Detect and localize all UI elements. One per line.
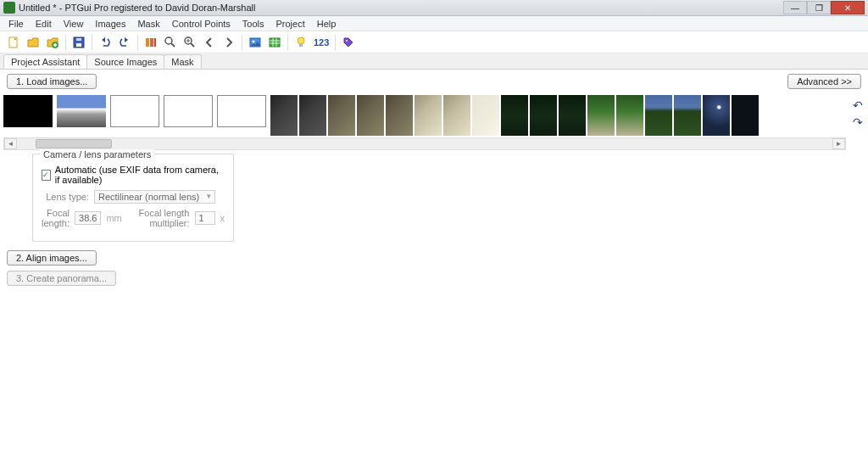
tab-bar: Project Assistant Source Images Mask [0,53,868,69]
camera-lens-title: Camera / lens parameters [40,149,154,159]
thumbnail[interactable] [57,95,106,127]
title-bar: Untitled * - PTGui Pro registered to Dav… [0,0,868,16]
advanced-button[interactable]: Advanced >> [787,74,861,89]
auto-exif-checkbox[interactable]: ✓ [42,170,51,181]
scroll-right-icon[interactable]: ► [832,138,845,149]
camera-lens-group: Camera / lens parameters ✓ Automatic (us… [32,154,234,242]
auto-exif-label: Automatic (use EXIF data from camera, if… [55,165,225,185]
focal-length-row: Focal length: 38.6 mm Focal length multi… [42,208,225,228]
toolbar: 123 [0,31,868,53]
create-panorama-button[interactable]: 3. Create panorama... [7,271,116,286]
add-images-icon[interactable] [44,34,61,51]
number-indicator[interactable]: 123 [312,37,331,48]
align-images-button[interactable]: 2. Align images... [7,250,97,266]
focal-length-input[interactable]: 38.6 [75,211,101,225]
svg-line-11 [191,43,194,47]
prev-icon[interactable] [201,34,218,51]
menu-tools[interactable]: Tools [237,18,270,30]
thumbnail[interactable] [559,95,586,136]
lens-type-label: Lens type: [42,192,89,202]
tab-project-assistant[interactable]: Project Assistant [3,54,87,69]
lens-type-select[interactable]: Rectilinear (normal lens) [94,190,215,204]
menu-edit[interactable]: Edit [31,18,57,30]
close-button[interactable]: ✕ [831,1,865,14]
thumbnail[interactable] [587,95,615,136]
svg-point-15 [298,37,304,44]
maximize-button[interactable]: ❐ [807,1,831,14]
preview-icon[interactable] [247,34,264,51]
focal-length-unit: mm [106,213,121,223]
open-project-icon[interactable] [25,34,42,51]
multiplier-unit: x [220,213,225,223]
thumbnail-row [3,95,846,136]
menu-mask[interactable]: Mask [132,18,164,30]
thumbnail[interactable] [703,95,730,136]
thumbnail[interactable] [415,95,442,136]
align-icon[interactable] [142,34,159,51]
edit-panorama-icon[interactable] [162,34,179,51]
assistant-top-row: 1. Load images... Advanced >> [0,70,868,93]
svg-rect-7 [154,38,156,47]
toolbar-separator [242,35,242,50]
thumbnail-scrollbar[interactable]: ◄ ► [3,137,846,150]
grid-icon[interactable] [266,34,283,51]
zoom-icon[interactable] [181,34,198,51]
multiplier-label: Focal length multiplier: [135,208,189,228]
toolbar-separator [287,35,288,50]
thumbnail[interactable] [270,95,298,136]
thumbnail[interactable] [328,95,355,136]
svg-rect-4 [76,38,81,41]
svg-rect-3 [76,43,81,47]
auto-exif-row: ✓ Automatic (use EXIF data from camera, … [42,165,225,185]
thumbnail[interactable] [386,95,413,136]
svg-point-13 [253,40,255,42]
thumbnail[interactable] [732,95,759,136]
minimize-button[interactable]: — [783,1,807,14]
save-icon[interactable] [70,34,87,51]
tag-icon[interactable] [340,34,357,51]
window-title: Untitled * - PTGui Pro registered to Dav… [19,3,783,13]
scroll-thumb[interactable] [36,139,112,148]
new-project-icon[interactable] [5,34,22,51]
scroll-left-icon[interactable]: ◄ [4,138,17,149]
tab-mask[interactable]: Mask [164,54,201,69]
thumbnail[interactable] [217,95,266,127]
thumbnail[interactable] [616,95,643,136]
multiplier-input[interactable]: 1 [195,211,215,225]
svg-rect-5 [146,38,149,47]
toolbar-separator [335,35,336,50]
thumbnail[interactable] [3,95,53,127]
svg-line-9 [171,43,175,47]
focal-length-label: Focal length: [42,208,70,228]
thumbnail[interactable] [501,95,528,136]
thumbnail[interactable] [110,95,159,127]
thumbnail[interactable] [443,95,470,136]
rotate-ccw-icon[interactable]: ↶ [851,98,865,112]
next-icon[interactable] [220,34,237,51]
rotate-cw-icon[interactable]: ↷ [851,115,865,129]
thumbnail[interactable] [164,95,213,127]
thumbnail[interactable] [674,95,701,136]
toolbar-separator [65,35,66,50]
lens-type-row: Lens type: Rectilinear (normal lens) [42,190,225,204]
load-images-button[interactable]: 1. Load images... [7,74,97,89]
menu-help[interactable]: Help [312,18,342,30]
lightbulb-icon[interactable] [292,34,309,51]
svg-rect-6 [150,38,153,47]
menu-view[interactable]: View [58,18,89,30]
thumbnail[interactable] [357,95,384,136]
menu-bar: File Edit View Images Mask Control Point… [0,16,868,31]
undo-icon[interactable] [97,34,114,51]
thumbnail[interactable] [299,95,326,136]
thumbnail[interactable] [645,95,672,136]
tab-source-images[interactable]: Source Images [86,54,164,69]
menu-file[interactable]: File [3,18,29,30]
thumbnail[interactable] [530,95,557,136]
menu-images[interactable]: Images [90,18,131,30]
redo-icon[interactable] [116,34,133,51]
svg-point-17 [346,40,348,42]
menu-project[interactable]: Project [271,18,310,30]
svg-point-8 [165,37,172,44]
thumbnail[interactable] [472,95,499,136]
menu-control-points[interactable]: Control Points [167,18,236,30]
